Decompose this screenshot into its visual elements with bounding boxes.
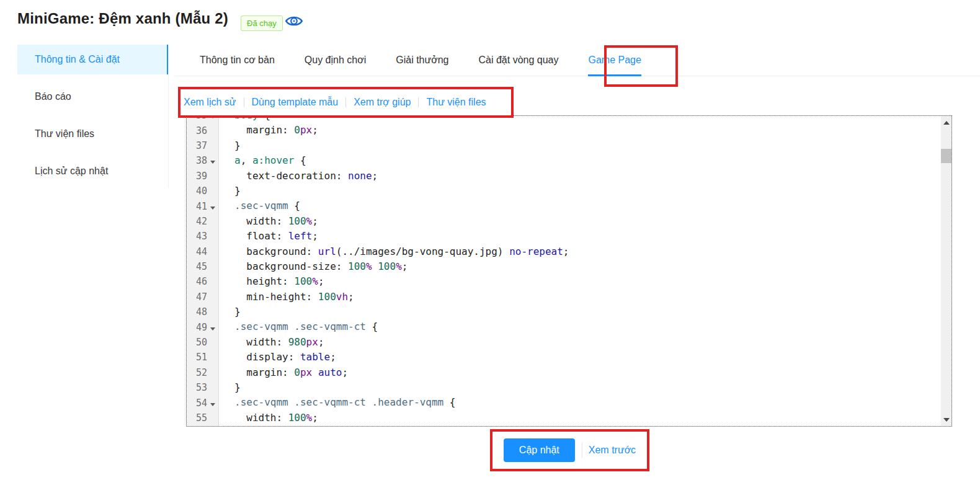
scrollbar-thumb[interactable] bbox=[941, 149, 951, 163]
update-button[interactable]: Cập nhật bbox=[504, 438, 575, 462]
gutter-row: 37 bbox=[187, 138, 218, 153]
sidebar-item[interactable]: Thư viện files bbox=[17, 119, 169, 149]
fold-arrow-icon[interactable] bbox=[207, 155, 218, 166]
gutter-row: 55 bbox=[187, 411, 218, 425]
toolbar-link[interactable]: Xem lịch sử bbox=[184, 97, 236, 108]
toolbar-separator bbox=[345, 97, 346, 107]
sidebar-item-label: Lịch sử cập nhật bbox=[35, 166, 108, 177]
toolbar-link[interactable]: Xem trợ giúp bbox=[354, 97, 411, 108]
code-line: .sec-vqmm .sec-vqmm-ct { bbox=[234, 319, 941, 334]
gutter-row: 43 bbox=[187, 229, 218, 244]
code-line: display: table; bbox=[234, 350, 941, 365]
gutter-row: 44 bbox=[187, 244, 218, 259]
line-number: 46 bbox=[187, 276, 207, 287]
line-number: 37 bbox=[187, 140, 207, 151]
gutter-row: 40 bbox=[187, 184, 218, 198]
code-line: min-height: 100vh; bbox=[234, 290, 941, 304]
gutter-row: 45 bbox=[187, 259, 218, 274]
line-number: 39 bbox=[187, 171, 207, 182]
tab[interactable]: Game Page bbox=[588, 45, 641, 76]
line-number: 44 bbox=[187, 246, 207, 257]
code-line: } bbox=[234, 380, 941, 395]
sidebar-item-label: Thông tin & Cài đặt bbox=[35, 54, 120, 65]
sidebar-item[interactable]: Thông tin & Cài đặt bbox=[17, 45, 169, 74]
toolbar-link[interactable]: Dùng template mẫu bbox=[252, 97, 339, 108]
line-number: 41 bbox=[187, 201, 207, 212]
sidebar-divider bbox=[168, 45, 169, 188]
sidebar-item-label: Thư viện files bbox=[35, 128, 94, 140]
scrollbar-up-arrow-icon[interactable] bbox=[941, 117, 951, 128]
gutter-row: 52 bbox=[187, 365, 218, 380]
fold-arrow-icon[interactable] bbox=[207, 398, 218, 409]
tab-label: Cài đặt vòng quay bbox=[478, 55, 558, 66]
line-number: 47 bbox=[187, 291, 207, 303]
gutter-row: 35 bbox=[187, 115, 218, 123]
tab[interactable]: Giải thưởng bbox=[396, 45, 448, 76]
code-line: background-size: 100% 100%; bbox=[234, 259, 941, 274]
preview-eye-icon[interactable] bbox=[285, 13, 303, 29]
toolbar-separator bbox=[244, 97, 244, 107]
sidebar: Thông tin & Cài đặtBáo cáoThư viện files… bbox=[17, 45, 169, 193]
sidebar-item[interactable]: Lịch sử cập nhật bbox=[17, 156, 169, 186]
code-line: margin: 0px; bbox=[234, 123, 941, 138]
line-number: 35 bbox=[187, 115, 207, 121]
code-line: height: 100%; bbox=[234, 274, 941, 289]
code-line: a, a:hover { bbox=[234, 153, 941, 168]
sidebar-item[interactable]: Báo cáo bbox=[17, 82, 169, 112]
sidebar-item-label: Báo cáo bbox=[35, 91, 71, 102]
tab-label: Quy định chơi bbox=[305, 55, 366, 66]
gutter-row: 54 bbox=[187, 395, 218, 410]
line-number: 38 bbox=[187, 155, 207, 166]
gutter-row: 36 bbox=[187, 123, 218, 138]
line-number: 36 bbox=[187, 125, 207, 136]
tab-bar: Thông tin cơ bảnQuy định chơiGiải thưởng… bbox=[174, 45, 980, 76]
line-number: 52 bbox=[187, 367, 207, 378]
code-line: .sec-vqmm .sec-vqmm-ct .header-vqmm { bbox=[234, 395, 941, 410]
code-line: .sec-vqmm { bbox=[234, 198, 941, 213]
tab[interactable]: Thông tin cơ bản bbox=[200, 45, 275, 76]
line-number: 43 bbox=[187, 231, 207, 242]
gutter-row: 38 bbox=[187, 153, 218, 168]
code-editor[interactable]: 3536373839404142434445464748495051525354… bbox=[186, 115, 952, 427]
preview-link[interactable]: Xem trước bbox=[589, 445, 636, 456]
gutter-row: 48 bbox=[187, 304, 218, 319]
line-number: 55 bbox=[187, 412, 207, 424]
page-title: MiniGame: Đệm xanh (Mẫu 2) bbox=[17, 10, 228, 27]
code-line: background: url(../images/bg-vong-quay.j… bbox=[234, 244, 941, 259]
tab[interactable]: Quy định chơi bbox=[305, 45, 366, 76]
line-number: 40 bbox=[187, 185, 207, 197]
gutter-row: 49 bbox=[187, 319, 218, 334]
editor-code-area[interactable]: body { margin: 0px;}a, a:hover { text-de… bbox=[219, 116, 941, 426]
line-number: 42 bbox=[187, 216, 207, 227]
line-number: 54 bbox=[187, 398, 207, 409]
code-line: } bbox=[234, 304, 941, 319]
code-line: } bbox=[234, 138, 941, 153]
fold-arrow-icon[interactable] bbox=[207, 115, 218, 121]
code-line: width: 100%; bbox=[234, 411, 941, 425]
gutter-row: 50 bbox=[187, 335, 218, 350]
code-line: float: left; bbox=[234, 229, 941, 244]
code-line: text-decoration: none; bbox=[234, 169, 941, 184]
gutter-row: 39 bbox=[187, 169, 218, 184]
tab[interactable]: Cài đặt vòng quay bbox=[478, 45, 558, 76]
line-number: 48 bbox=[187, 306, 207, 318]
code-line: margin: 0px auto; bbox=[234, 365, 941, 380]
fold-arrow-icon[interactable] bbox=[207, 322, 218, 333]
line-number: 53 bbox=[187, 382, 207, 393]
editor-scrollbar[interactable] bbox=[941, 116, 951, 426]
line-number: 51 bbox=[187, 352, 207, 363]
toolbar-link[interactable]: Thư viện files bbox=[426, 97, 486, 108]
code-line: } bbox=[234, 184, 941, 198]
code-line: width: 980px; bbox=[234, 335, 941, 350]
tab-label: Giải thưởng bbox=[396, 55, 448, 66]
line-number: 49 bbox=[187, 322, 207, 333]
toolbar-separator bbox=[418, 97, 419, 107]
editor-toolbar: Xem lịch sửDùng template mẫuXem trợ giúp… bbox=[184, 94, 486, 111]
line-number: 45 bbox=[187, 261, 207, 272]
active-tab-underline bbox=[588, 74, 641, 76]
gutter-row: 46 bbox=[187, 274, 218, 289]
scrollbar-down-arrow-icon[interactable] bbox=[941, 414, 951, 425]
fold-arrow-icon[interactable] bbox=[207, 201, 218, 212]
gutter-row: 53 bbox=[187, 380, 218, 395]
footer-separator bbox=[582, 443, 582, 458]
